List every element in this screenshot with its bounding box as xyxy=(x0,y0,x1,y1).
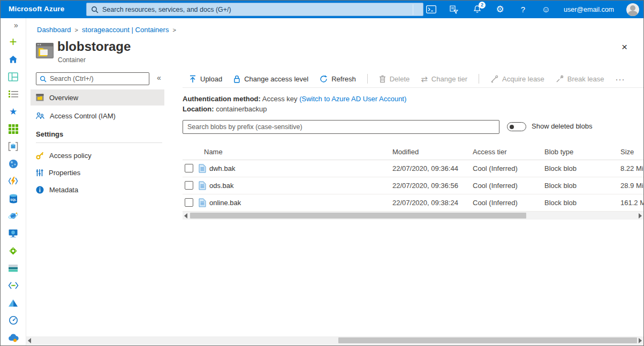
scroll-right-arrow[interactable] xyxy=(639,338,642,343)
scroll-left-arrow[interactable] xyxy=(184,213,187,219)
key-icon xyxy=(36,152,44,160)
menu-search-box[interactable] xyxy=(36,72,149,85)
scroll-right-arrow[interactable] xyxy=(639,213,642,219)
change-access-level-label: Change access level xyxy=(244,75,308,83)
switch-auth-link[interactable]: (Switch to Azure AD User Account) xyxy=(299,95,406,103)
breadcrumb: Dashboard > storageaccount | Containers … xyxy=(37,26,176,34)
favorites-star-icon[interactable]: ★ xyxy=(8,107,19,117)
menu-item-access-policy[interactable]: Access policy xyxy=(31,147,164,163)
menu-item-label: Overview xyxy=(49,94,78,102)
cloud-shell-icon[interactable] xyxy=(426,4,436,15)
scrollbar-thumb[interactable] xyxy=(338,337,637,343)
directory-filter-icon[interactable] xyxy=(449,4,459,15)
toolbar-divider xyxy=(367,74,368,84)
azure-active-directory-icon[interactable] xyxy=(8,298,19,308)
blob-prefix-search-input[interactable] xyxy=(183,120,499,134)
feedback-smiley-icon[interactable]: ☺ xyxy=(541,4,551,15)
user-email[interactable]: user@email.com xyxy=(564,6,614,13)
more-commands-icon[interactable]: ··· xyxy=(616,74,625,84)
blob-name[interactable]: dwh.bak xyxy=(209,164,235,172)
blob-name[interactable]: ods.bak xyxy=(209,182,234,190)
expand-sidebar-icon[interactable]: » xyxy=(11,21,21,29)
column-header-access-tier[interactable]: Access tier xyxy=(473,148,507,156)
storage-accounts-icon[interactable] xyxy=(8,263,19,273)
refresh-icon xyxy=(320,75,328,83)
azure-logo[interactable]: Microsoft Azure xyxy=(9,5,65,13)
location-line: Location: containerbackup xyxy=(183,104,406,114)
auth-method-value: Access key xyxy=(262,95,298,103)
help-icon[interactable]: ? xyxy=(518,4,528,15)
global-search-box[interactable] xyxy=(86,3,423,16)
table-row[interactable]: ods.bak 22/07/2020, 09:36:56 Cool (Infer… xyxy=(183,177,643,194)
breadcrumb-dashboard[interactable]: Dashboard xyxy=(37,26,71,34)
refresh-button[interactable]: Refresh xyxy=(320,75,356,83)
table-header: Name Modified Access tier Blob type Size xyxy=(183,144,643,160)
blob-name[interactable]: online.bak xyxy=(209,199,241,207)
menu-item-label: Metadata xyxy=(49,186,78,194)
cosmos-db-icon[interactable] xyxy=(8,211,19,221)
show-deleted-blobs-toggle[interactable] xyxy=(507,122,526,131)
avatar[interactable] xyxy=(626,3,639,16)
trash-icon xyxy=(379,75,386,83)
home-icon[interactable] xyxy=(8,54,19,64)
break-lease-button[interactable]: Break lease xyxy=(556,75,604,83)
blob-type: Block blob xyxy=(544,182,577,190)
change-access-level-button[interactable]: Change access level xyxy=(233,75,308,83)
global-search-input[interactable] xyxy=(102,6,419,13)
left-rail: » + ★ SQL xyxy=(1,18,26,345)
menu-search-input[interactable] xyxy=(50,75,146,82)
delete-label: Delete xyxy=(390,75,410,83)
table-horizontal-scrollbar[interactable] xyxy=(183,212,643,220)
sql-databases-icon[interactable]: SQL xyxy=(8,193,19,204)
upload-button[interactable]: Upload xyxy=(189,75,222,83)
row-checkbox[interactable] xyxy=(185,164,193,172)
close-blade-icon[interactable]: × xyxy=(622,41,627,53)
scroll-left-arrow[interactable] xyxy=(28,338,31,343)
column-header-blob-type[interactable]: Blob type xyxy=(544,148,573,156)
blob-modified: 22/07/2020, 09:38:24 xyxy=(392,199,458,207)
breadcrumb-separator: > xyxy=(172,27,176,33)
create-resource-icon[interactable]: + xyxy=(8,37,19,47)
column-header-name[interactable]: Name xyxy=(204,148,223,156)
top-bar: Microsoft Azure 2 ⚙ ? ☺ user@email.com xyxy=(1,1,643,18)
dashboard-icon[interactable] xyxy=(8,72,19,82)
toggle-knob xyxy=(510,125,514,129)
table-row[interactable]: online.bak 22/07/2020, 09:38:24 Cool (In… xyxy=(183,194,643,212)
advisor-icon[interactable] xyxy=(8,333,19,343)
change-tier-button[interactable]: ⇄ Change tier xyxy=(421,75,467,83)
app-services-globe-icon[interactable] xyxy=(8,159,19,169)
notifications-bell-icon[interactable]: 2 xyxy=(472,4,482,15)
blob-size: 28.9 MiB xyxy=(620,182,644,190)
azure-portal-window: Microsoft Azure 2 ⚙ ? ☺ user@email.com xyxy=(0,0,644,346)
table-row[interactable]: dwh.bak 22/07/2020, 09:36:44 Cool (Infer… xyxy=(183,160,643,177)
all-resources-icon[interactable] xyxy=(8,124,19,134)
all-services-icon[interactable] xyxy=(8,89,19,99)
breadcrumb-separator: > xyxy=(75,27,78,33)
virtual-networks-icon[interactable] xyxy=(8,281,19,291)
load-balancers-icon[interactable] xyxy=(8,246,19,256)
row-checkbox[interactable] xyxy=(185,198,193,207)
column-header-modified[interactable]: Modified xyxy=(392,148,419,156)
resource-groups-icon[interactable] xyxy=(8,141,19,152)
collapse-menu-icon[interactable]: « xyxy=(157,73,161,82)
virtual-machines-icon[interactable] xyxy=(8,228,19,238)
acquire-lease-button[interactable]: Acquire lease xyxy=(490,75,544,83)
delete-button[interactable]: Delete xyxy=(379,75,410,83)
menu-item-metadata[interactable]: Metadata xyxy=(31,182,164,198)
refresh-label: Refresh xyxy=(331,75,356,83)
breadcrumb-containers[interactable]: storageaccount | Containers xyxy=(82,26,169,34)
column-header-size[interactable]: Size xyxy=(620,148,634,156)
blob-file-icon xyxy=(199,198,206,207)
menu-item-overview[interactable]: Overview xyxy=(31,89,164,106)
blob-modified: 22/07/2020, 09:36:44 xyxy=(392,164,458,172)
menu-item-access-control-iam[interactable]: Access Control (IAM) xyxy=(31,108,164,124)
row-checkbox[interactable] xyxy=(185,181,193,190)
monitor-gauge-icon[interactable] xyxy=(8,315,19,326)
function-app-icon[interactable] xyxy=(8,176,19,186)
break-lease-icon xyxy=(556,75,564,83)
acquire-lease-label: Acquire lease xyxy=(502,75,544,83)
menu-item-properties[interactable]: Properties xyxy=(31,164,164,180)
page-horizontal-scrollbar[interactable] xyxy=(26,336,643,345)
settings-gear-icon[interactable]: ⚙ xyxy=(495,4,505,15)
scrollbar-thumb[interactable] xyxy=(190,213,526,219)
